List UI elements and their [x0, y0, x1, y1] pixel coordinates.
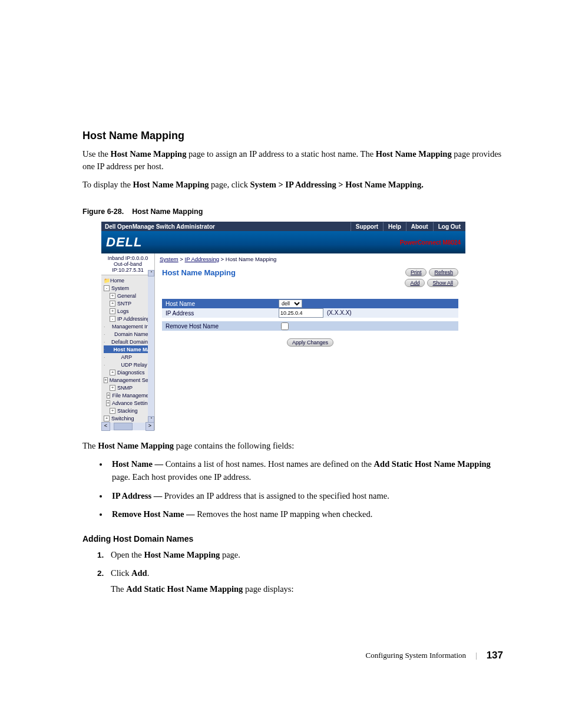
expand-icon[interactable]: +: [104, 416, 110, 421]
tree-switching[interactable]: +Switching: [104, 414, 153, 422]
expand-icon[interactable]: +: [110, 293, 115, 299]
add-button[interactable]: Add: [405, 279, 425, 287]
ip-info-box: Inband IP:0.0.0.0 Out-of-band IP:10.27.5…: [101, 253, 154, 275]
top-links: Support Help About Log Out: [351, 222, 465, 231]
expand-icon[interactable]: +: [110, 385, 115, 391]
expand-icon[interactable]: +: [110, 408, 115, 414]
print-button[interactable]: Print: [405, 268, 427, 276]
tree-mgmt-int[interactable]: Management Inte: [104, 322, 153, 330]
breadcrumb-sep: >: [219, 256, 226, 262]
tree-general[interactable]: +General: [104, 292, 153, 299]
text-bold: System > IP Addressing > Host Name Mappi…: [250, 180, 424, 189]
footer-section: Configuring System Information: [366, 651, 466, 660]
page-footer: Configuring System Information | 137: [82, 650, 503, 661]
tree-advance-settings[interactable]: +Advance Settings: [104, 399, 153, 407]
scroll-left-icon[interactable]: <: [101, 422, 110, 431]
tree-ipaddressing[interactable]: -IP Addressing: [104, 315, 153, 322]
apply-changes-button[interactable]: Apply Changes: [287, 338, 333, 347]
logout-link[interactable]: Log Out: [433, 222, 465, 231]
support-link[interactable]: Support: [351, 222, 383, 231]
app-titlebar: Dell OpenManage Switch Administrator Sup…: [101, 222, 465, 231]
inband-ip: Inband IP:0.0.0.0: [104, 255, 152, 261]
tree-snmp[interactable]: +SNMP: [104, 384, 153, 391]
expand-icon[interactable]: +: [106, 400, 110, 406]
text: Use the: [82, 149, 111, 159]
tree-label: Stacking: [117, 408, 138, 414]
text: .: [147, 568, 150, 578]
tree-label: IP Addressing: [117, 316, 150, 322]
tree-logs[interactable]: +Logs: [104, 307, 153, 315]
breadcrumb-ipaddressing[interactable]: IP Addressing: [185, 256, 219, 262]
list-item: Remove Host Name — Removes the host name…: [108, 508, 503, 521]
ipaddress-label: IP Address: [162, 310, 277, 317]
expand-icon[interactable]: +: [110, 301, 115, 307]
page-title: Host Name Mapping: [162, 268, 236, 277]
scroll-thumb[interactable]: [114, 423, 133, 430]
tree-label: Management Securi: [110, 377, 153, 383]
figure-caption: Figure 6-28.Host Name Mapping: [82, 207, 503, 216]
figure-title: Host Name Mapping: [132, 207, 203, 216]
expand-icon[interactable]: +: [107, 393, 111, 398]
tree-label: System: [111, 285, 129, 291]
steps-list: Open the Host Name Mapping page. Click A…: [82, 548, 503, 597]
list-item: IP Address — Provides an IP address that…: [108, 490, 503, 503]
about-link[interactable]: About: [406, 222, 433, 231]
product-name: PowerConnect M8024: [142, 239, 461, 246]
tree-label: General: [117, 293, 136, 299]
text-bold: Add: [131, 568, 147, 578]
text: Removes the host name IP mapping when ch…: [197, 509, 372, 519]
collapse-icon[interactable]: -: [110, 316, 115, 322]
tree-stacking[interactable]: +Stacking: [104, 407, 153, 414]
showall-button[interactable]: Show All: [427, 279, 458, 287]
tree-label: Advance Settings: [112, 400, 153, 406]
tree-arp[interactable]: ARP: [104, 353, 153, 361]
tree-label: SNMP: [117, 385, 133, 391]
tree-label: Management Inte: [112, 324, 153, 330]
expand-icon[interactable]: +: [110, 370, 115, 375]
remove-hostname-checkbox[interactable]: [281, 322, 289, 330]
collapse-icon[interactable]: -: [104, 285, 110, 291]
ipaddress-input[interactable]: [279, 308, 323, 318]
sidebar-vscrollbar[interactable]: ˄ ˅: [148, 270, 154, 423]
sidebar-hscrollbar[interactable]: < >: [101, 423, 154, 430]
dell-logo: DELL: [106, 235, 142, 250]
text: page displays:: [243, 584, 293, 594]
text: Click: [111, 568, 131, 578]
tree-label: UDP Relay: [121, 362, 147, 368]
tree-dns[interactable]: Domain Name S: [104, 330, 153, 338]
tree-label: Home: [110, 278, 124, 284]
expand-icon[interactable]: +: [104, 377, 108, 383]
expand-icon[interactable]: +: [110, 308, 115, 314]
nav-tree[interactable]: 📁Home -System +General +SNTP +Logs -IP A…: [101, 275, 154, 423]
tree-diagnostics[interactable]: +Diagnostics: [104, 368, 153, 376]
outband-ip: Out-of-band IP:10.27.5.31: [104, 261, 152, 273]
tree-home[interactable]: 📁Home: [104, 276, 153, 284]
scroll-right-icon[interactable]: >: [146, 422, 154, 431]
tree-system[interactable]: -System: [104, 284, 153, 292]
tree-label: Logs: [117, 308, 129, 314]
text: The: [82, 441, 98, 450]
text: page contains the following fields:: [174, 441, 294, 450]
text: page, click: [209, 180, 250, 189]
breadcrumb-system[interactable]: System: [160, 256, 178, 262]
hostname-select[interactable]: dell: [279, 299, 302, 308]
main-panel: System > IP Addressing > Host Name Mappi…: [155, 253, 465, 430]
tree-default-domain[interactable]: Default Domain N: [104, 338, 153, 345]
text-bold: Remove Host Name —: [112, 509, 197, 519]
tree-sntp[interactable]: +SNTP: [104, 299, 153, 307]
footer-separator: |: [475, 651, 477, 660]
text: Contains a list of host names. Host name…: [166, 459, 374, 469]
scroll-up-icon[interactable]: ˄: [148, 270, 154, 276]
step-item: Click Add. The Add Static Host Name Mapp…: [106, 566, 503, 596]
text: page. Each host provides one IP address.: [112, 472, 251, 482]
scroll-down-icon[interactable]: ˅: [148, 416, 154, 423]
refresh-button[interactable]: Refresh: [429, 268, 458, 276]
tree-file-management[interactable]: +File Management: [104, 391, 153, 399]
section-heading: Host Name Mapping: [82, 130, 503, 142]
help-link[interactable]: Help: [383, 222, 406, 231]
tree-udp-relay[interactable]: UDP Relay: [104, 361, 153, 368]
text-bold: Host Name Mapping: [376, 149, 452, 159]
tree-mgmt-security[interactable]: +Management Securi: [104, 376, 153, 384]
text: Open the: [111, 550, 144, 559]
tree-host-name-mapping[interactable]: Host Name Map: [104, 345, 153, 353]
